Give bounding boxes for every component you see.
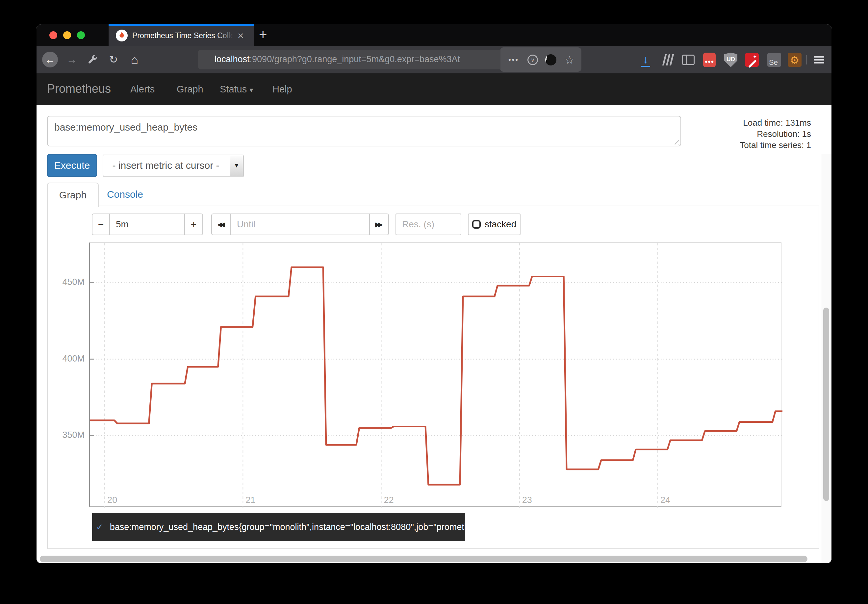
until-input[interactable]	[230, 214, 370, 235]
nav-item-alerts[interactable]: Alerts	[130, 84, 155, 95]
horizontal-scrollbar-thumb[interactable]	[40, 556, 808, 562]
gear-extension-icon[interactable]: ⚙	[787, 53, 802, 67]
tab-graph[interactable]: Graph	[47, 183, 99, 207]
url-text[interactable]: localhost:9090/graph?g0.range_input=5m&g…	[214, 54, 498, 65]
x-tick-label: 22	[384, 495, 394, 505]
checkbox-icon	[472, 220, 481, 229]
resolution-input[interactable]	[395, 214, 461, 235]
y-axis-label: 450M	[48, 277, 85, 287]
x-tick-label: 23	[522, 495, 532, 505]
chart-svg: 2021222324	[90, 243, 783, 508]
prometheus-favicon-icon	[116, 29, 128, 42]
legend-row[interactable]: ✓ base:memory_used_heap_bytes{group="mon…	[92, 513, 465, 541]
x-tick-label: 24	[660, 495, 670, 505]
range-increase-button[interactable]: +	[184, 214, 203, 235]
range-decrease-button[interactable]: −	[92, 214, 110, 235]
browser-tab[interactable]: Prometheus Time Series Collect ×	[108, 24, 254, 46]
total-series: Total time series: 1	[740, 139, 811, 151]
expression-value: base:memory_used_heap_bytes	[54, 122, 197, 133]
execute-button[interactable]: Execute	[47, 154, 97, 177]
x-tick-label: 21	[245, 495, 255, 505]
stacked-toggle-button[interactable]: stacked	[468, 214, 521, 235]
prometheus-navbar: Prometheus Alerts Graph Status▾ Help	[37, 73, 831, 105]
sidebar-icon[interactable]	[681, 53, 696, 67]
home-button[interactable]: ⌂	[127, 52, 143, 67]
back-button[interactable]: ←	[42, 52, 58, 67]
y-axis-label: 350M	[48, 430, 85, 440]
bookmark-star-icon[interactable]: ☆	[562, 53, 577, 67]
page-content: base:memory_used_heap_bytes Load time: 1…	[37, 105, 831, 563]
select-arrow-icon: ▼	[230, 155, 243, 176]
graph-panel: − + ◀◀ ▶▶ stacked 2021222324 350M400M450…	[47, 206, 819, 549]
browser-window: Prometheus Time Series Collect × + ← → ↻…	[37, 24, 831, 563]
shield-ud-extension-icon[interactable]: UD	[724, 53, 738, 67]
wand-extension-icon[interactable]: ✦	[745, 53, 759, 67]
red-badge-extension-icon[interactable]: •••	[702, 53, 717, 67]
traffic-light-minimize[interactable]	[63, 31, 71, 39]
metric-select-value: - insert metric at cursor -	[103, 160, 228, 171]
load-time: Load time: 131ms	[740, 117, 811, 128]
tab-title-fade	[217, 28, 237, 45]
download-icon[interactable]: ↓	[638, 53, 653, 67]
brand-prometheus[interactable]: Prometheus	[47, 82, 111, 96]
url-text-fade	[474, 50, 501, 69]
time-rewind-button[interactable]: ◀◀	[211, 214, 231, 235]
y-axis-label: 400M	[48, 353, 85, 364]
legend-series-label: base:memory_used_heap_bytes{group="monol…	[110, 522, 490, 532]
range-input[interactable]	[109, 214, 185, 235]
wrench-icon[interactable]	[85, 52, 100, 67]
query-stats: Load time: 131ms Resolution: 1s Total ti…	[740, 117, 811, 151]
dark-circle-extension-icon[interactable]	[544, 53, 558, 67]
expression-input[interactable]: base:memory_used_heap_bytes	[47, 116, 681, 146]
traffic-light-zoom[interactable]	[77, 31, 85, 39]
tab-console[interactable]: Console	[99, 183, 151, 206]
resolution: Resolution: 1s	[740, 128, 811, 139]
library-icon[interactable]	[661, 53, 675, 67]
vertical-scrollbar-thumb[interactable]	[823, 308, 829, 501]
pocket-icon[interactable]: ∨	[525, 53, 540, 67]
legend-check-icon: ✓	[96, 522, 103, 532]
page-actions-icon[interactable]: •••	[506, 53, 521, 67]
tab-close-icon[interactable]: ×	[237, 29, 244, 42]
menu-hamburger-icon[interactable]	[812, 53, 826, 67]
browser-toolbar: ← → ↻ ⌂ localhost:9090/graph?g0.range_in…	[37, 46, 831, 73]
time-forward-button[interactable]: ▶▶	[369, 214, 389, 235]
toolbar-divider	[806, 55, 807, 65]
selenium-extension-icon[interactable]: Se	[767, 53, 781, 67]
nav-item-help[interactable]: Help	[273, 84, 292, 95]
url-path: :9090/graph?g0.range_input=5m&g0.expr=ba…	[250, 54, 460, 64]
forward-button[interactable]: →	[64, 52, 80, 67]
nav-item-graph[interactable]: Graph	[177, 84, 203, 95]
url-host: localhost	[214, 54, 250, 64]
chevron-down-icon: ▾	[250, 86, 253, 94]
nav-item-status[interactable]: Status▾	[220, 84, 253, 95]
new-tab-button[interactable]: +	[259, 27, 267, 43]
chart-plot-area[interactable]: 2021222324	[89, 242, 781, 507]
x-tick-label: 20	[107, 495, 117, 505]
resize-grip-icon[interactable]	[673, 138, 679, 144]
series-line	[90, 268, 783, 485]
reload-button[interactable]: ↻	[105, 52, 121, 67]
tab-bar: Prometheus Time Series Collect × +	[37, 24, 831, 46]
traffic-light-close[interactable]	[50, 31, 57, 39]
insert-metric-select[interactable]: - insert metric at cursor - ▼	[103, 155, 243, 177]
stacked-label: stacked	[485, 219, 516, 230]
